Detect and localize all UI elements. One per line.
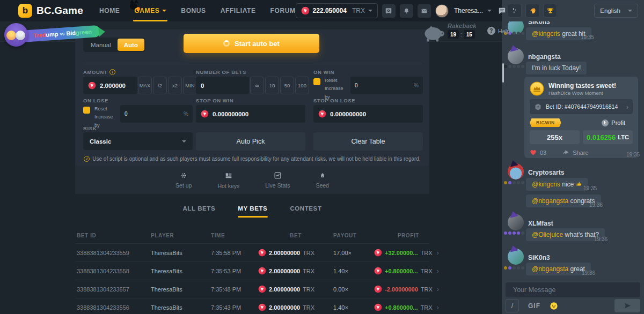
message-time: 19:35: [583, 185, 597, 191]
logo[interactable]: b BC.Game: [18, 4, 83, 18]
number-of-bets-input[interactable]: 0: [196, 77, 249, 94]
auto-pick-button[interactable]: Auto Pick: [196, 132, 305, 151]
chat-toggle-button[interactable]: [496, 6, 509, 16]
nav-home[interactable]: HOME: [99, 0, 120, 21]
stop-on-win-input[interactable]: 0.000000000: [196, 105, 305, 123]
on-win-reset-checkbox[interactable]: [313, 78, 320, 85]
logo-icon: b: [18, 4, 32, 18]
messages-button[interactable]: [418, 4, 431, 18]
balance-selector[interactable]: 222.050004 TRX: [296, 3, 378, 18]
top-navbar: b BC.Game HOME GAMES BONUS AFFILIATE FOR…: [0, 0, 502, 21]
on-lose-group: ResetIncrease by 0%: [83, 105, 193, 130]
win-card-bet-id[interactable]: 7 Bet ID: #4076447949916814 ›: [530, 99, 633, 114]
bets-50-button[interactable]: 50: [280, 77, 294, 94]
tab-contest[interactable]: CONTEST: [290, 205, 321, 218]
share-label[interactable]: Share: [573, 149, 588, 156]
nav-forum[interactable]: FORUM: [270, 0, 296, 21]
bets-infinity-button[interactable]: ∞: [250, 77, 264, 94]
chat-message[interactable]: I'm in luck Today!: [526, 62, 587, 74]
multiplier-box: 255x: [530, 130, 580, 144]
message-time: 19:36: [589, 202, 603, 208]
keyboard-icon: [224, 171, 233, 180]
hot-games-button[interactable]: [525, 4, 539, 18]
chat-username[interactable]: Cryptosarts: [528, 169, 564, 176]
bets-10-button[interactable]: 10: [265, 77, 279, 94]
stop-on-lose-input[interactable]: 0.000000000: [313, 105, 423, 123]
nav-affiliate[interactable]: AFFILIATE: [221, 0, 256, 21]
promo-banner[interactable]: TredumpvsBidgreen: [4, 22, 101, 47]
svg-text:7: 7: [537, 106, 539, 109]
chevron-right-icon: ›: [437, 285, 439, 293]
chevron-down-icon: [162, 10, 166, 12]
seed-button[interactable]: Seed: [316, 172, 329, 189]
panel-footer: Set up Hot keys Live Stats Seed: [75, 166, 429, 194]
chevron-right-icon: ›: [436, 249, 438, 257]
start-auto-bet-button[interactable]: Start auto bet: [184, 34, 319, 53]
command-button[interactable]: /: [506, 299, 519, 312]
balance-amount: 222.050004: [313, 7, 347, 14]
navbar-right: 222.050004 TRX Theresa...: [296, 3, 515, 18]
ltc-icon: Ł: [602, 119, 609, 126]
mail-icon: [421, 8, 428, 14]
avatar[interactable]: [508, 163, 524, 180]
table-row[interactable]: 3388381304233559 TheresaBits 7:35:58 PM …: [75, 243, 429, 261]
chat-message[interactable]: @kingcris nice: [526, 178, 588, 191]
vault-button[interactable]: [382, 4, 396, 18]
auto-tab[interactable]: Auto: [118, 39, 144, 51]
user-avatar[interactable]: [435, 4, 449, 18]
chat-username[interactable]: XLMfast: [528, 220, 553, 227]
script-disclaimer: i Use of script is optional and as such …: [75, 156, 429, 162]
chat-username[interactable]: SiK0n3: [528, 254, 550, 261]
risk-select[interactable]: Classic: [83, 132, 193, 150]
language-select[interactable]: English: [594, 4, 638, 18]
hot-keys-button[interactable]: Hot keys: [217, 171, 239, 189]
chat-message-input[interactable]: [512, 286, 634, 294]
amount-min-button[interactable]: MIN: [183, 77, 197, 94]
chat-message[interactable]: @nbgangsta great: [526, 263, 591, 275]
user-name[interactable]: Theresa...: [454, 7, 483, 14]
amount-input[interactable]: 2.000000: [83, 77, 137, 94]
chat-username[interactable]: nbgangsta: [528, 53, 561, 61]
stats-chart-icon: [274, 171, 282, 180]
table-row[interactable]: 3388381304233558 TheresaBits 7:35:53 PM …: [75, 261, 429, 280]
bets-100-button[interactable]: 100: [295, 77, 309, 94]
table-row[interactable]: 3388381304233556 TheresaBits 7:35:43 PM …: [75, 298, 429, 314]
nav-bonus[interactable]: BONUS: [181, 0, 206, 21]
trx-coin-icon: [374, 285, 382, 293]
emoji-button[interactable]: [550, 302, 558, 310]
amount-max-button[interactable]: MAX: [138, 77, 152, 94]
notifications-button[interactable]: [400, 4, 413, 18]
fireball-icon: [529, 7, 537, 15]
tab-my-bets[interactable]: MY BETS: [238, 205, 267, 218]
contest-button[interactable]: [543, 4, 557, 18]
bigwin-badge: BIGWIN: [530, 118, 561, 127]
win-share-card[interactable]: Winning tastes sweet! HashDice Wow Momen…: [524, 77, 638, 158]
message-time: 19:35: [626, 152, 640, 158]
heart-icon[interactable]: [530, 149, 537, 156]
clear-table-button[interactable]: Clear Table: [313, 132, 423, 151]
rakeback-widget[interactable]: Rakeback 19 : 15 ? Help: [422, 23, 510, 43]
table-row[interactable]: 3388381304233557 TheresaBits 7:35:48 PM …: [75, 280, 429, 298]
tab-all-bets[interactable]: ALL BETS: [182, 205, 215, 218]
send-button[interactable]: [614, 299, 640, 312]
trophy-icon: [546, 7, 554, 15]
amount-double-button[interactable]: x2: [168, 77, 182, 94]
on-lose-reset-checkbox[interactable]: [83, 107, 90, 114]
gif-button[interactable]: GIF: [528, 302, 540, 310]
help-button[interactable]: ? Help: [487, 27, 510, 35]
chat-message[interactable]: @Oliejuice what's that?: [526, 228, 605, 241]
setup-button[interactable]: Set up: [175, 171, 192, 189]
share-icon[interactable]: [562, 149, 569, 156]
profit-box: 0.016256 LTC: [583, 130, 633, 144]
live-stats-button[interactable]: Live Stats: [265, 171, 290, 189]
panel-divider: [83, 64, 421, 64]
dice-token-icon: 7: [534, 103, 542, 111]
avatar[interactable]: [508, 48, 524, 64]
amount-half-button[interactable]: /2: [153, 77, 167, 94]
on-lose-percent-input[interactable]: 0%: [120, 105, 193, 123]
nav-games[interactable]: GAMES: [134, 0, 166, 21]
avatar[interactable]: [508, 249, 524, 265]
on-lose-options[interactable]: ResetIncrease by: [94, 105, 118, 130]
on-win-percent-input[interactable]: 0%: [350, 77, 423, 94]
avatar[interactable]: [508, 214, 524, 230]
